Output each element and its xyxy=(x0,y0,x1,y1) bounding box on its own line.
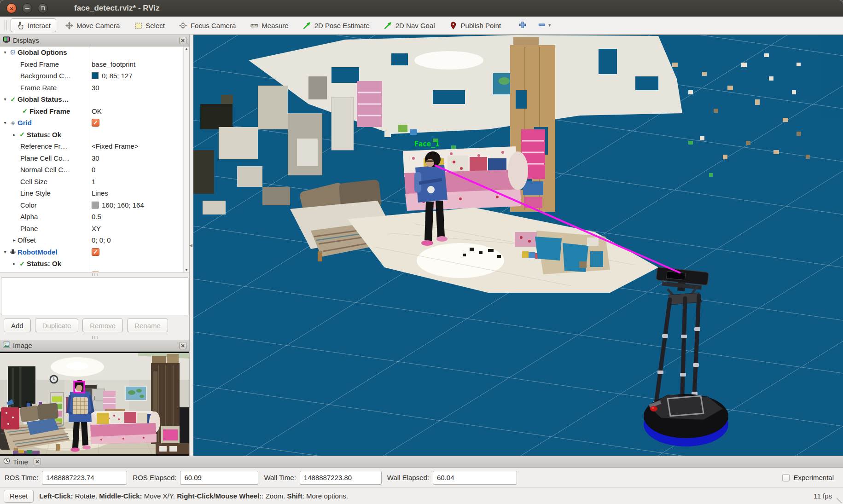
tree-row-label: Color xyxy=(20,201,37,209)
collapsed-arrow-icon[interactable]: ▸ xyxy=(11,261,17,266)
tree-row[interactable]: Alpha0.5 xyxy=(0,211,189,223)
displays-panel-close-icon[interactable]: ✕ xyxy=(179,37,186,44)
tree-row[interactable]: Plane Cell Co…30 xyxy=(0,152,189,164)
tool-select[interactable]: Select xyxy=(128,18,170,32)
expand-arrow-icon[interactable]: ▾ xyxy=(2,97,8,102)
panel-viewport-splitter[interactable]: ◀ xyxy=(190,35,193,456)
image-panel-title: Image xyxy=(13,342,32,349)
reset-button[interactable]: Reset xyxy=(4,490,34,503)
dropdown-caret-icon[interactable]: ▼ xyxy=(547,23,552,28)
tree-row[interactable]: ▸✓Status: Ok xyxy=(0,258,189,270)
pin-icon xyxy=(449,21,458,29)
tool-2d-nav-goal[interactable]: 2D Nav Goal xyxy=(378,18,441,32)
tool-label: 2D Pose Estimate xyxy=(314,22,370,29)
remove-tool-button[interactable]: ▼ xyxy=(538,21,552,30)
tree-row-value[interactable]: XY xyxy=(92,225,101,232)
tool-label: Move Camera xyxy=(76,22,120,29)
window-minimize-button[interactable] xyxy=(22,3,32,13)
displays-button-row: AddDuplicateRemoveRename xyxy=(0,316,189,335)
wall-time-input[interactable] xyxy=(300,471,382,485)
tree-row[interactable]: Color160; 160; 164 xyxy=(0,199,189,211)
tree-row-value[interactable]: base_footprint xyxy=(92,60,135,68)
tree-row[interactable]: ▾◈Grid✓ xyxy=(0,117,189,129)
tree-row-value[interactable]: 30 xyxy=(92,154,99,162)
scroll-up-icon[interactable]: ▲ xyxy=(185,47,188,50)
resize-grip[interactable] xyxy=(837,498,842,503)
tree-row[interactable]: Reference Fr…<Fixed Frame> xyxy=(0,140,189,152)
toolbar-drag-handle[interactable] xyxy=(4,20,7,30)
tool-publish-point[interactable]: Publish Point xyxy=(444,18,507,32)
tree-row-value[interactable]: OK xyxy=(92,107,102,115)
tree-row[interactable]: ▸Offset0; 0; 0 xyxy=(0,234,189,246)
tree-row[interactable]: Background C…0; 85; 127 xyxy=(0,70,189,82)
tree-row-value[interactable]: Lines xyxy=(92,189,108,197)
tree-row[interactable]: Normal Cell C…0 xyxy=(0,164,189,176)
tool-focus-camera[interactable]: Focus Camera xyxy=(174,18,241,32)
tree-row[interactable]: Cell Size1 xyxy=(0,176,189,188)
experimental-checkbox[interactable] xyxy=(782,474,790,481)
tree-row-value[interactable]: 0; 0; 0 xyxy=(92,236,111,244)
gear-icon: ⚙ xyxy=(8,49,17,56)
ros-elapsed-input[interactable] xyxy=(180,471,258,485)
tree-row[interactable]: ✓ xyxy=(0,270,189,273)
expand-arrow-icon[interactable]: ▾ xyxy=(2,249,8,255)
tree-row[interactable]: Line StyleLines xyxy=(0,187,189,199)
tree-row-label: Reference Fr… xyxy=(20,142,68,150)
tree-row[interactable]: Fixed Framebase_footprint xyxy=(0,58,189,70)
window-close-button[interactable]: × xyxy=(6,3,17,13)
time-panel-close-icon[interactable]: ✕ xyxy=(34,458,41,465)
add-tool-button[interactable] xyxy=(519,21,526,30)
tree-row-value[interactable]: 30 xyxy=(92,84,99,92)
tree-row-value[interactable]: 0 xyxy=(92,166,95,174)
tree-row-value[interactable]: 160; 160; 164 xyxy=(102,201,144,209)
add-display-button[interactable]: Add xyxy=(4,319,31,332)
enable-checkbox[interactable]: ✓ xyxy=(92,272,99,272)
tool-label: Select xyxy=(145,22,165,29)
tool-move-camera[interactable]: Move Camera xyxy=(59,18,125,32)
check-icon: ✓ xyxy=(17,131,27,138)
status-bar: Reset Left-Click: Rotate. Middle-Click: … xyxy=(0,488,843,504)
tree-row[interactable]: ▾RobotModel✓ xyxy=(0,246,189,258)
wall-elapsed-input[interactable] xyxy=(433,471,517,485)
collapsed-arrow-icon[interactable]: ▸ xyxy=(11,132,17,137)
tree-row[interactable]: ✓Fixed FrameOK xyxy=(0,105,189,117)
collapsed-arrow-icon[interactable]: ▸ xyxy=(11,238,17,243)
tool-interact[interactable]: Interact xyxy=(11,18,56,32)
splitter-collapse-icon[interactable]: ◀ xyxy=(189,243,192,248)
tree-column-divider[interactable] xyxy=(89,46,89,272)
tree-scrollbar[interactable]: ▲ ▼ xyxy=(183,46,189,272)
tree-row-value[interactable]: <Fixed Frame> xyxy=(92,142,139,150)
image-panel-close-icon[interactable]: ✕ xyxy=(179,342,186,349)
tree-row-value[interactable]: 0.5 xyxy=(92,213,101,220)
duplicate-display-button[interactable]: Duplicate xyxy=(35,319,79,332)
tree-row-label: Grid xyxy=(17,119,32,127)
tool-2d-pose-estimate[interactable]: 2D Pose Estimate xyxy=(297,18,375,32)
ros-time-input[interactable] xyxy=(42,471,127,485)
tree-row[interactable]: Frame Rate30 xyxy=(0,82,189,94)
time-panel-fields: ROS Time:ROS Elapsed:Wall Time:Wall Elap… xyxy=(0,468,843,488)
tool-label: 2D Nav Goal xyxy=(395,22,435,29)
tree-row[interactable]: ▸✓Status: Ok xyxy=(0,129,189,141)
rename-display-button[interactable]: Rename xyxy=(127,319,168,332)
green-arrow-icon xyxy=(384,21,392,29)
tree-row[interactable]: ▾✓Global Status… xyxy=(0,93,189,105)
tree-row-label: Plane xyxy=(20,225,38,232)
tree-row-value[interactable]: 1 xyxy=(92,178,95,185)
tree-row-label: Offset xyxy=(17,236,36,244)
color-swatch[interactable] xyxy=(92,202,99,209)
scroll-down-icon[interactable]: ▼ xyxy=(185,268,188,272)
expand-arrow-icon[interactable]: ▾ xyxy=(2,120,8,125)
panel-splitter-handle[interactable] xyxy=(0,335,189,340)
tree-row-value[interactable]: 0; 85; 127 xyxy=(102,72,133,80)
remove-display-button[interactable]: Remove xyxy=(82,319,123,332)
tree-row[interactable]: ▾⚙Global Options xyxy=(0,46,189,58)
enable-checkbox[interactable]: ✓ xyxy=(92,248,99,256)
tool-measure[interactable]: Measure xyxy=(244,18,294,32)
enable-checkbox[interactable]: ✓ xyxy=(92,119,99,127)
panel-splitter-handle[interactable] xyxy=(0,272,189,277)
3d-viewport[interactable]: Face_1 xyxy=(193,35,843,456)
expand-arrow-icon[interactable]: ▾ xyxy=(2,50,8,55)
color-swatch[interactable] xyxy=(92,72,99,79)
tree-row[interactable]: PlaneXY xyxy=(0,223,189,235)
window-maximize-button[interactable] xyxy=(38,3,48,13)
